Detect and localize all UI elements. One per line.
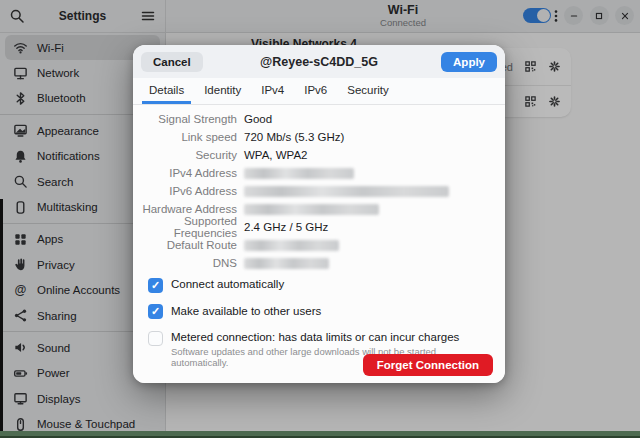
redacted-value [244,240,339,251]
dialog-header: @Reyee-sC4DD_5G Cancel Apply [133,45,505,78]
desktop-artifact-strip [0,199,3,431]
detail-label: Default Route [133,239,237,251]
detail-label: Supported Frequencies [133,215,237,239]
detail-value: WPA, WPA2 [244,149,307,161]
redacted-value [244,204,379,215]
option-make-available-to-other-users[interactable]: ✓Make available to other users [148,304,490,320]
detail-row-security: SecurityWPA, WPA2 [133,146,505,164]
detail-row-ipv6-address: IPv6 Address [133,182,505,200]
details-list: Signal StrengthGoodLink speed720 Mb/s (5… [133,105,505,272]
redacted-value [244,168,354,179]
detail-value: 720 Mb/s (5.3 GHz) [244,131,344,143]
detail-label: IPv6 Address [133,185,237,197]
detail-row-dns: DNS [133,254,505,272]
apply-button[interactable]: Apply [441,52,497,72]
detail-row-link-speed: Link speed720 Mb/s (5.3 GHz) [133,128,505,146]
detail-value: Good [244,113,272,125]
checkbox-checked[interactable]: ✓ [148,304,163,319]
detail-label: Link speed [133,131,237,143]
checkbox-checked[interactable]: ✓ [148,278,163,293]
option-label: Metered connection: has data limits or c… [171,330,490,345]
forget-connection-button[interactable]: Forget Connection [363,354,493,376]
option-text: Connect automatically [171,277,284,292]
detail-label: Signal Strength [133,113,237,125]
detail-row-ipv4-address: IPv4 Address [133,164,505,182]
tab-ipv6[interactable]: IPv6 [297,78,334,104]
redacted-value [244,258,329,269]
detail-row-signal-strength: Signal StrengthGood [133,110,505,128]
tab-identity[interactable]: Identity [197,78,248,104]
option-label: Connect automatically [171,277,284,292]
tab-ipv4[interactable]: IPv4 [254,78,291,104]
detail-label: Hardware Address [133,203,237,215]
tab-security[interactable]: Security [340,78,396,104]
network-details-dialog: @Reyee-sC4DD_5G Cancel Apply DetailsIden… [133,45,505,383]
cancel-button[interactable]: Cancel [141,52,203,72]
dialog-tab-bar: DetailsIdentityIPv4IPv6Security [133,78,505,105]
detail-value: 2.4 GHz / 5 GHz [244,221,328,233]
check-icon: ✓ [151,280,160,291]
detail-label: IPv4 Address [133,167,237,179]
redacted-value [244,186,449,197]
detail-row-default-route: Default Route [133,236,505,254]
dialog-body: Signal StrengthGoodLink speed720 Mb/s (5… [133,105,505,383]
detail-label: DNS [133,257,237,269]
option-connect-automatically[interactable]: ✓Connect automatically [148,277,490,293]
option-text: Make available to other users [171,304,321,319]
detail-row-supported-frequencies: Supported Frequencies2.4 GHz / 5 GHz [133,218,505,236]
screen: Settings Wi-Fi Connected Wi-FiNetworkBlu… [0,0,640,438]
checkbox-unchecked[interactable] [148,331,163,346]
option-label: Make available to other users [171,304,321,319]
desktop-edge [0,431,640,438]
check-icon: ✓ [151,306,160,317]
tab-details[interactable]: Details [142,78,191,104]
detail-label: Security [133,149,237,161]
